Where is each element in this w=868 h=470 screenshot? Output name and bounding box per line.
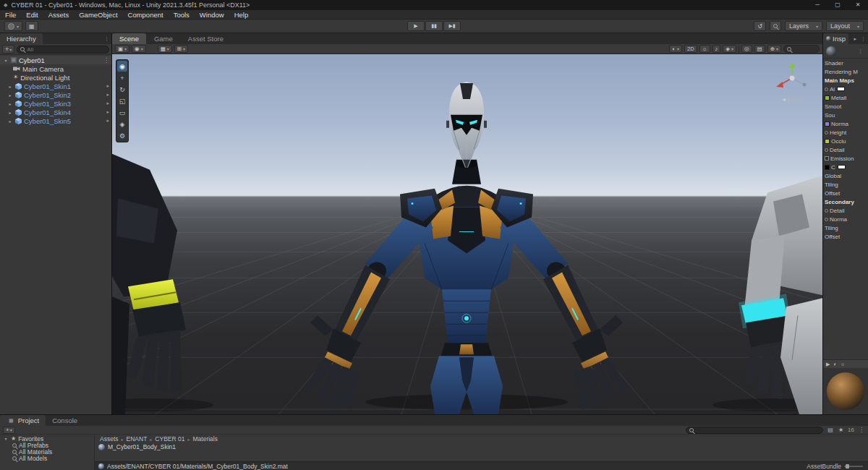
menu-file[interactable]: File	[0, 10, 21, 20]
breadcrumb-cyber01[interactable]: CYBER 01	[148, 435, 186, 443]
texture-slot-icon[interactable]	[825, 87, 828, 91]
preview-play-icon[interactable]: ▶	[826, 362, 830, 367]
normal-map-row[interactable]: Norma	[823, 119, 868, 128]
close-button[interactable]: ✕	[848, 0, 868, 10]
expand-arrow-icon[interactable]: ▸	[7, 119, 13, 124]
emission-checkbox[interactable]	[825, 156, 829, 161]
texture-slot-icon[interactable]	[825, 209, 828, 213]
rotate-tool-button[interactable]: ↻	[117, 84, 127, 95]
occlusion-thumbnail[interactable]	[825, 139, 830, 144]
shader-row[interactable]: Shader	[823, 59, 868, 67]
scale-tool-button[interactable]: ◱	[117, 95, 127, 106]
services-button[interactable]: ▦	[25, 21, 38, 31]
snap-increment-dropdown[interactable]: ⊞ ▾	[174, 45, 188, 53]
breadcrumb-enant[interactable]: ENANT	[120, 435, 149, 443]
collapse-arrow-icon[interactable]: ▾	[3, 436, 9, 441]
smoothness-row[interactable]: Smoot	[823, 102, 868, 111]
save-search-icon[interactable]: ★	[838, 427, 844, 433]
albedo-row[interactable]: Al	[823, 85, 868, 93]
projection-label[interactable]: ◄Persp	[770, 96, 814, 103]
emission-row[interactable]: Emission	[823, 154, 868, 163]
texture-slot-icon[interactable]	[825, 131, 828, 134]
preview-mode-icon[interactable]: ◐	[833, 362, 836, 367]
hierarchy-item-main-camera[interactable]: Main Camera	[0, 64, 111, 73]
project-search-field[interactable]	[686, 427, 823, 434]
tool-settings-dropdown[interactable]: ▣ ▾	[115, 45, 129, 53]
hierarchy-item-skin5[interactable]: ▸ Cyber01_Skin5 ▸	[0, 116, 111, 125]
expand-arrow-icon[interactable]: ▸	[7, 101, 13, 106]
menu-help[interactable]: Help	[229, 10, 254, 20]
emission-color-row[interactable]: C	[823, 163, 868, 171]
open-prefab-button[interactable]: ▸	[106, 92, 109, 98]
tab-asset-store[interactable]: Asset Store	[181, 33, 231, 44]
secondary-normal-map-row[interactable]: Norma	[823, 215, 868, 223]
grid-snapping-dropdown[interactable]: ◉ ▾	[132, 45, 146, 53]
hierarchy-search-input[interactable]	[27, 46, 106, 53]
tab-game[interactable]: Game	[147, 33, 180, 44]
preview-light-icon[interactable]: ☼	[841, 362, 845, 367]
breadcrumb-assets[interactable]: Assets	[98, 435, 120, 443]
scene-audio-button[interactable]: ♪	[712, 45, 721, 53]
open-prefab-button[interactable]: ▸	[106, 83, 109, 89]
hierarchy-item-skin1[interactable]: ▸ Cyber01_Skin1 ▸	[0, 82, 111, 90]
collapse-arrow-icon[interactable]: ▾	[3, 58, 9, 63]
account-button[interactable]: ▾	[4, 21, 22, 31]
tab-scroll-icon[interactable]: ▸	[851, 33, 859, 44]
asset-item-skin1-material[interactable]: M_Cyber01_Body_Skin1	[95, 443, 868, 451]
tiling-row[interactable]: Tiling	[823, 180, 868, 189]
gizmos-dropdown[interactable]: ⊕ ▾	[767, 45, 781, 53]
play-button[interactable]: ▶	[407, 21, 425, 31]
scene-viewport[interactable]: ◉ + ↻ ◱ ▭ ◈ ⚙	[112, 54, 822, 414]
maximize-button[interactable]: ▢	[827, 0, 848, 10]
material-menu-icon[interactable]: ⋮	[856, 46, 865, 56]
scene-lighting-button[interactable]: ☼	[699, 45, 710, 53]
scene-menu-icon[interactable]: ⋮	[103, 57, 109, 64]
favorite-all-models[interactable]: All Models	[0, 455, 94, 461]
normal-map-thumbnail[interactable]	[825, 121, 830, 127]
menu-gameobject[interactable]: GameObject	[74, 10, 122, 20]
menu-assets[interactable]: Assets	[43, 10, 75, 20]
secondary-tiling-row[interactable]: Tiling	[823, 223, 868, 232]
robot-character[interactable]	[305, 82, 629, 414]
create-asset-button[interactable]: + ▾	[3, 427, 15, 434]
hierarchy-item-directional-light[interactable]: ☀ Directional Light	[0, 73, 111, 82]
expand-arrow-icon[interactable]: ▸	[7, 93, 13, 98]
minimize-button[interactable]: ─	[807, 0, 827, 10]
scene-orientation-gizmo[interactable]: ◄Persp	[770, 60, 814, 103]
slider-knob[interactable]	[846, 464, 849, 469]
draw-mode-dropdown[interactable]: ◐ ▾	[669, 45, 682, 53]
height-map-row[interactable]: Height	[823, 128, 868, 137]
tab-project[interactable]: ▦ Project	[0, 415, 46, 426]
hierarchy-item-skin2[interactable]: ▸ Cyber01_Skin2 ▸	[0, 90, 111, 99]
rect-tool-button[interactable]: ▭	[117, 107, 127, 118]
layout-toggle-icon[interactable]: ▤	[827, 427, 834, 433]
layout-dropdown[interactable]: Layout ▾	[826, 21, 864, 31]
move-tool-button[interactable]: +	[117, 72, 127, 83]
occlusion-row[interactable]: Occlu	[823, 137, 868, 145]
menu-window[interactable]: Window	[195, 10, 229, 20]
layers-dropdown[interactable]: Layers ▾	[785, 21, 822, 31]
global-illumination-row[interactable]: Global	[823, 171, 868, 180]
undo-history-button[interactable]: ↺	[754, 21, 766, 31]
scene-visibility-button[interactable]: ◎	[741, 45, 752, 53]
secondary-offset-row[interactable]: Offset	[823, 232, 868, 241]
effects-dropdown[interactable]: ◈ ▾	[723, 45, 736, 53]
hierarchy-scene-root[interactable]: ▾ Cyber01 ⋮	[0, 56, 111, 64]
pause-button[interactable]: ▮▮	[425, 21, 443, 31]
rendering-mode-row[interactable]: Rendering M	[823, 67, 868, 76]
offset-row[interactable]: Offset	[823, 189, 868, 197]
metallic-row[interactable]: Metall	[823, 93, 868, 102]
open-prefab-button[interactable]: ▸	[106, 118, 109, 124]
texture-slot-icon[interactable]	[825, 218, 828, 221]
global-search-button[interactable]	[770, 21, 781, 31]
detail-albedo-row[interactable]: Detail	[823, 206, 868, 215]
tab-inspector[interactable]: Insp	[823, 33, 848, 44]
tab-console[interactable]: Console	[46, 415, 84, 426]
custom-tool-button[interactable]: ⚙	[117, 130, 127, 141]
component-tools-button[interactable]: ▤	[754, 45, 765, 53]
hierarchy-search-field[interactable]	[17, 46, 109, 54]
assetbundle-label[interactable]: AssetBundle	[807, 463, 841, 470]
tab-hierarchy[interactable]: Hierarchy	[0, 33, 43, 44]
tab-scene[interactable]: Scene	[112, 33, 146, 44]
project-menu-icon[interactable]: ⋮	[858, 427, 865, 433]
